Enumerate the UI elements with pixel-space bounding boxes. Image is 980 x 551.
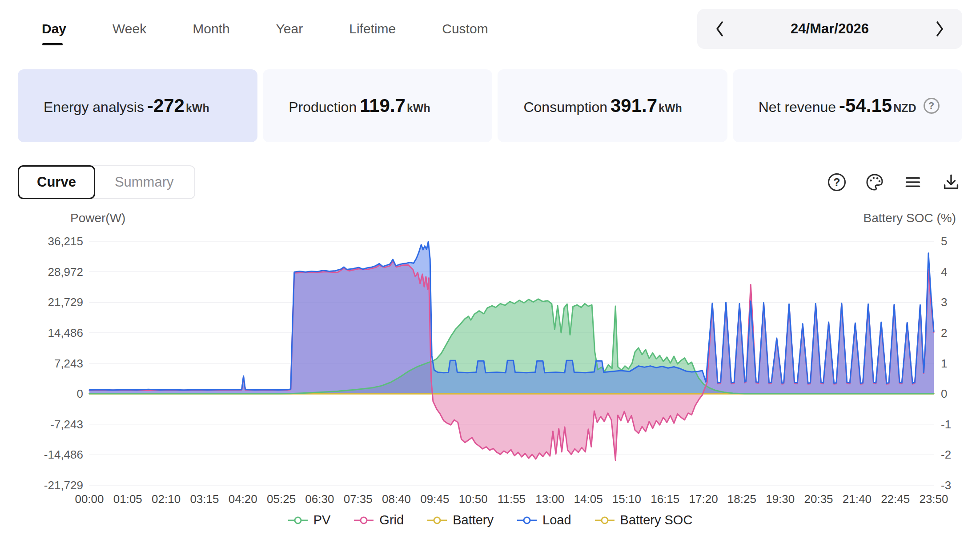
left-tick-label: 7,243	[54, 357, 83, 370]
legend-item-battery-soc[interactable]: Battery SOC	[594, 513, 693, 527]
theme-button[interactable]	[865, 173, 884, 192]
left-tick-label: 14,486	[48, 326, 83, 339]
x-tick-label: 20:35	[804, 492, 833, 506]
card-unit: kWh	[407, 102, 430, 115]
right-tick-label: 5	[941, 235, 947, 248]
x-tick-label: 07:35	[344, 492, 373, 506]
card-unit: kWh	[186, 102, 209, 115]
x-tick-label: 06:30	[305, 492, 334, 506]
legend-label: Battery SOC	[620, 513, 693, 527]
card-label: Energy analysis	[44, 99, 144, 116]
x-tick-label: 10:50	[459, 492, 488, 506]
right-tick-label: 1	[941, 357, 947, 370]
right-tick-label: 2	[941, 326, 947, 339]
x-tick-label: 03:15	[190, 492, 219, 506]
right-tick-label: -3	[941, 479, 951, 492]
legend-label: Grid	[379, 513, 404, 527]
left-tick-label: -21,729	[44, 479, 83, 492]
x-tick-label: 04:20	[229, 492, 257, 506]
summary-tab[interactable]: Summary	[88, 165, 195, 199]
legend-item-grid[interactable]: Grid	[353, 513, 404, 527]
x-tick-label: 01:05	[113, 492, 142, 506]
legend-item-battery[interactable]: Battery	[427, 513, 494, 527]
left-tick-label: 0	[77, 387, 83, 400]
x-tick-label: 02:10	[152, 492, 181, 506]
stats-row: Energy analysis -272 kWh Production 119.…	[18, 69, 962, 142]
card-value: -272	[147, 95, 185, 116]
x-tick-label: 17:20	[689, 492, 718, 506]
legend-marker-load	[517, 516, 537, 525]
chart-area: Power(W)Battery SOC (%)36,215528,972421,…	[0, 205, 980, 527]
help-button[interactable]: ?	[828, 173, 846, 191]
period-tabs: Day Week Month Year Lifetime Custom	[42, 21, 488, 36]
card-value: 119.7	[360, 95, 406, 116]
x-tick-label: 05:25	[267, 492, 296, 506]
right-tick-label: 4	[941, 265, 947, 279]
left-axis-title: Power(W)	[70, 211, 125, 225]
curve-tab[interactable]: Curve	[18, 165, 95, 199]
topbar: Day Week Month Year Lifetime Custom 24/M…	[0, 0, 980, 49]
legend-item-pv[interactable]: PV	[288, 513, 331, 527]
x-tick-label: 00:00	[75, 492, 104, 506]
tab-day[interactable]: Day	[42, 21, 66, 36]
card-label: Net revenue	[759, 99, 836, 116]
legend-item-load[interactable]: Load	[517, 513, 571, 527]
card-production[interactable]: Production 119.7 kWh	[263, 69, 492, 142]
card-energy-analysis[interactable]: Energy analysis -272 kWh	[18, 69, 257, 142]
card-content: Consumption 391.7 kWh	[523, 95, 682, 116]
chart-legend: PVGridBatteryLoadBattery SOC	[0, 513, 980, 527]
chart-toolbar: ?	[828, 173, 960, 192]
tab-lifetime[interactable]: Lifetime	[349, 21, 396, 36]
card-label: Production	[289, 99, 357, 116]
x-tick-label: 23:50	[919, 492, 948, 506]
right-tick-label: -2	[941, 448, 951, 461]
palette-icon	[865, 173, 884, 192]
net-revenue-help-icon[interactable]: ?	[924, 98, 940, 114]
x-tick-label: 08:40	[382, 492, 411, 506]
left-tick-label: 28,972	[48, 265, 83, 279]
x-tick-label: 13:00	[535, 492, 564, 506]
card-content: Net revenue -54.15 NZD ?	[759, 95, 940, 116]
date-value: 24/Mar/2026	[791, 21, 869, 37]
right-axis-title: Battery SOC (%)	[864, 211, 956, 225]
x-tick-label: 09:45	[420, 492, 449, 506]
view-toggle: Curve Summary	[18, 165, 195, 199]
download-button[interactable]	[942, 173, 960, 192]
x-tick-label: 19:30	[766, 492, 795, 506]
right-tick-label: 0	[941, 387, 947, 400]
x-tick-label: 15:10	[612, 492, 641, 506]
menu-button[interactable]	[904, 173, 922, 192]
legend-marker-pv	[288, 516, 308, 525]
date-picker: 24/Mar/2026	[697, 9, 962, 49]
prev-date-button[interactable]	[714, 20, 726, 38]
legend-label: PV	[313, 513, 331, 527]
right-tick-label: 3	[941, 295, 947, 309]
legend-marker-battery	[427, 516, 447, 525]
left-tick-label: 21,729	[48, 295, 83, 309]
legend-label: Battery	[453, 513, 494, 527]
left-tick-label: -7,243	[50, 418, 83, 431]
tab-week[interactable]: Week	[112, 21, 146, 36]
left-tick-label: 36,215	[48, 235, 83, 248]
x-tick-label: 22:45	[881, 492, 910, 506]
card-consumption[interactable]: Consumption 391.7 kWh	[498, 69, 727, 142]
tab-year[interactable]: Year	[276, 21, 303, 36]
x-tick-label: 18:25	[727, 492, 756, 506]
x-tick-label: 16:15	[651, 492, 679, 506]
card-content: Energy analysis -272 kWh	[44, 95, 209, 116]
legend-marker-grid	[353, 516, 374, 525]
download-icon	[942, 173, 960, 192]
tab-month[interactable]: Month	[193, 21, 229, 36]
right-tick-label: -1	[941, 418, 951, 431]
x-tick-label: 21:40	[843, 492, 872, 506]
tab-custom[interactable]: Custom	[442, 21, 488, 36]
card-value: 391.7	[610, 95, 657, 116]
card-content: Production 119.7 kWh	[289, 95, 430, 116]
card-net-revenue[interactable]: Net revenue -54.15 NZD ?	[733, 69, 962, 142]
card-label: Consumption	[523, 99, 607, 116]
menu-icon	[904, 173, 922, 192]
card-value: -54.15	[839, 95, 892, 116]
legend-marker-battery-soc	[594, 516, 615, 525]
next-date-button[interactable]	[934, 20, 945, 38]
power-chart: Power(W)Battery SOC (%)36,215528,972421,…	[0, 205, 980, 512]
